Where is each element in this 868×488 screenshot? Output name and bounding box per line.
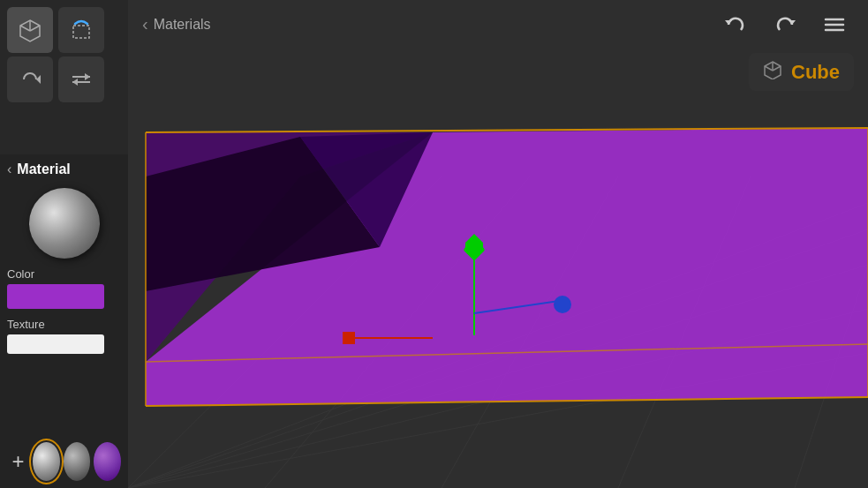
material-panel: ‹ Material Color Texture + [0, 154, 128, 488]
texture-label: Texture [7, 318, 121, 331]
material-title: Material [17, 161, 70, 177]
nav-controls [716, 5, 854, 44]
svg-marker-37 [789, 20, 796, 25]
svg-line-28 [30, 26, 40, 31]
add-material-button[interactable]: + [7, 442, 29, 481]
materials-label: Materials [154, 17, 211, 33]
sidebar: ‹ Material Color Texture + [0, 0, 128, 488]
svg-marker-31 [36, 75, 41, 84]
redo-button[interactable] [766, 5, 804, 44]
material-sphere-preview [29, 188, 100, 259]
material-header: ‹ Material [7, 161, 121, 177]
rotate-tool-button[interactable] [7, 56, 53, 102]
material-slot-3[interactable] [94, 442, 121, 481]
materials-nav-button[interactable]: ‹ Materials [142, 14, 211, 34]
svg-marker-33 [85, 73, 90, 80]
svg-rect-30 [73, 26, 89, 38]
svg-point-26 [554, 296, 571, 313]
cube-tool-button[interactable] [7, 7, 53, 53]
svg-rect-24 [343, 332, 355, 344]
menu-button[interactable] [815, 5, 854, 44]
undo-button[interactable] [716, 5, 755, 44]
top-toolbar [0, 0, 128, 154]
svg-marker-35 [72, 79, 78, 86]
viewport[interactable] [0, 0, 868, 488]
selection-tool-button[interactable] [58, 7, 104, 53]
material-slot-2[interactable] [64, 442, 91, 481]
object-cube-icon [763, 60, 782, 84]
svg-line-42 [773, 66, 781, 71]
material-slot-1[interactable] [33, 442, 60, 481]
scene-svg [0, 0, 868, 488]
color-label: Color [7, 267, 121, 281]
swap-tool-button[interactable] [58, 56, 104, 102]
svg-line-43 [765, 66, 773, 71]
header-bar: ‹ Materials [128, 0, 868, 49]
color-swatch[interactable] [7, 284, 104, 309]
svg-marker-36 [725, 20, 732, 25]
texture-bar[interactable] [7, 334, 104, 354]
object-badge[interactable]: Cube [749, 53, 854, 91]
material-collapse-icon[interactable]: ‹ [7, 161, 11, 177]
nav-back-icon: ‹ [142, 14, 148, 34]
svg-line-29 [20, 26, 30, 31]
object-name-label: Cube [791, 61, 840, 84]
material-bottom-row: + [7, 442, 121, 481]
